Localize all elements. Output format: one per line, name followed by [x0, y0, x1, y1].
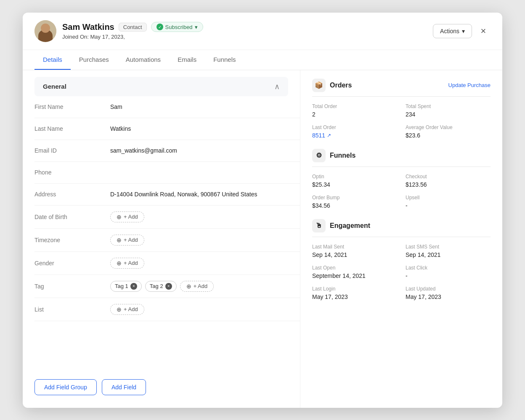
engagement-icon: 🖱	[312, 219, 326, 232]
header-info: Sam Watkins Contact ✓ Subscribed ▾ Joine…	[62, 22, 427, 40]
bottom-actions: Add Field Group Add Field	[34, 371, 300, 399]
tab-purchases[interactable]: Purchases	[71, 50, 117, 70]
tag-2-label: Tag 2	[150, 283, 163, 289]
close-button[interactable]: ×	[476, 24, 491, 38]
orders-stat-total-order: Total Order 2	[312, 103, 397, 118]
engagement-stat-last-click-value: -	[406, 272, 491, 279]
funnels-stat-upsell: Upsell -	[406, 195, 491, 209]
orders-title: 📦 Orders	[312, 79, 352, 92]
engagement-stat-last-mail: Last Mail Sent Sep 14, 2021	[312, 244, 397, 258]
update-purchase-link[interactable]: Update Purchase	[448, 82, 491, 88]
orders-stat-last-order-value[interactable]: 8511 ↗	[312, 132, 397, 139]
funnels-title: ⚙ Funnels	[312, 149, 355, 162]
external-link-icon: ↗	[327, 132, 331, 138]
subscribed-check-icon: ✓	[156, 24, 163, 30]
add-gender-button[interactable]: ⊕ + Add	[110, 258, 144, 269]
engagement-stat-last-sms: Last SMS Sent Sep 14, 2021	[406, 244, 491, 258]
add-tag-icon: ⊕	[186, 283, 191, 290]
engagement-stat-last-open-value: September 14, 2021	[312, 272, 397, 279]
tag-chip-2: Tag 2 ×	[145, 281, 177, 292]
left-panel: General ∧ First Name Sam Last Name Watki…	[23, 70, 300, 408]
add-tag-button[interactable]: ⊕ + Add	[180, 281, 214, 292]
tab-emails[interactable]: Emails	[169, 50, 205, 70]
engagement-stat-last-updated-value: May 17, 2023	[406, 293, 491, 300]
orders-stat-total-order-label: Total Order	[312, 103, 397, 109]
tag-2-remove-button[interactable]: ×	[165, 283, 172, 290]
engagement-stat-last-login: Last Login May 17, 2023	[312, 286, 397, 300]
general-section-title: General	[43, 83, 66, 90]
field-row-address: Address D-14004 Downlink Road, Norwak, 9…	[34, 184, 300, 206]
field-label-list: List	[34, 306, 110, 313]
funnels-stat-order-bump-value: $34.56	[312, 202, 397, 209]
field-value-lastname[interactable]: Watkins	[110, 125, 288, 132]
tab-automations[interactable]: Automations	[117, 50, 169, 70]
tab-funnels[interactable]: Funnels	[205, 50, 244, 70]
add-field-group-button[interactable]: Add Field Group	[34, 379, 97, 395]
subscribed-badge[interactable]: ✓ Subscribed ▾	[151, 22, 203, 32]
tabs-row: Details Purchases Automations Emails Fun…	[23, 50, 502, 70]
field-label-phone: Phone	[34, 169, 110, 176]
engagement-stat-last-open-label: Last Open	[312, 265, 397, 271]
field-row-email: Email ID sam_watkins@gmail.com	[34, 140, 300, 162]
engagement-stat-last-click-label: Last Click	[406, 265, 491, 271]
add-field-button[interactable]: Add Field	[102, 379, 146, 395]
engagement-stat-last-sms-value: Sep 14, 2021	[406, 251, 491, 258]
general-section-header[interactable]: General ∧	[34, 77, 288, 96]
engagement-stat-last-mail-label: Last Mail Sent	[312, 244, 397, 250]
tags-row: Tag 1 × Tag 2 × ⊕ + Add	[110, 281, 214, 292]
header-actions: Actions ▾ ×	[433, 24, 491, 38]
add-gender-icon: ⊕	[117, 260, 122, 267]
tag-1-label: Tag 1	[115, 283, 128, 289]
engagement-title: 🖱 Engagement	[312, 219, 370, 232]
funnels-section-header: ⚙ Funnels	[312, 149, 491, 167]
add-timezone-icon: ⊕	[117, 237, 122, 243]
add-list-button[interactable]: ⊕ + Add	[110, 304, 144, 315]
field-label-email: Email ID	[34, 147, 110, 154]
actions-label: Actions	[440, 28, 459, 34]
avatar	[34, 20, 56, 42]
orders-stat-total-spent-value: 234	[406, 111, 491, 118]
field-value-address[interactable]: D-14004 Downlink Road, Norwak, 900867 Un…	[110, 191, 288, 198]
engagement-section-header: 🖱 Engagement	[312, 219, 491, 237]
engagement-stat-last-login-value: May 17, 2023	[312, 293, 397, 300]
add-dob-button[interactable]: ⊕ + Add	[110, 211, 144, 222]
funnels-stat-optin-value: $25.34	[312, 181, 397, 188]
field-row-dob: Date of Birth ⊕ + Add	[34, 206, 300, 229]
orders-stat-avg-order-value: $23.6	[406, 132, 491, 139]
tag-chip-1: Tag 1 ×	[110, 281, 142, 292]
funnels-stat-checkout: Checkout $123.56	[406, 174, 491, 188]
field-label-address: Address	[34, 191, 110, 198]
engagement-stat-last-mail-value: Sep 14, 2021	[312, 251, 397, 258]
funnels-icon: ⚙	[312, 149, 326, 162]
field-value-email[interactable]: sam_watkins@gmail.com	[110, 147, 288, 154]
add-timezone-button[interactable]: ⊕ + Add	[110, 235, 144, 246]
engagement-stat-last-sms-label: Last SMS Sent	[406, 244, 491, 250]
engagement-stat-last-updated-label: Last Updated	[406, 286, 491, 292]
engagement-stat-last-updated: Last Updated May 17, 2023	[406, 286, 491, 300]
orders-stat-avg-order: Average Order Value $23.6	[406, 124, 491, 139]
add-list-icon: ⊕	[117, 306, 122, 313]
add-dob-icon: ⊕	[117, 214, 122, 220]
funnels-stat-order-bump: Order Bump $34.56	[312, 195, 397, 209]
field-label-firstname: First Name	[34, 103, 110, 110]
engagement-stat-last-login-label: Last Login	[312, 286, 397, 292]
orders-stat-last-order-label: Last Order	[312, 124, 397, 130]
general-collapse-icon: ∧	[274, 82, 280, 91]
funnels-stat-checkout-label: Checkout	[406, 174, 491, 180]
close-icon: ×	[481, 26, 486, 37]
orders-stats-grid: Total Order 2 Total Spent 234 Last Order…	[312, 103, 491, 139]
contact-name: Sam Watkins	[62, 22, 114, 32]
tab-details[interactable]: Details	[34, 50, 71, 70]
actions-chevron-icon: ▾	[462, 28, 465, 34]
orders-stat-total-spent: Total Spent 234	[406, 103, 491, 118]
field-row-firstname: First Name Sam	[34, 96, 300, 118]
funnels-stat-optin: Optin $25.34	[312, 174, 397, 188]
contact-modal: Sam Watkins Contact ✓ Subscribed ▾ Joine…	[23, 13, 502, 408]
funnels-stat-upsell-label: Upsell	[406, 195, 491, 201]
actions-button[interactable]: Actions ▾	[433, 24, 472, 38]
tag-1-remove-button[interactable]: ×	[130, 283, 137, 290]
field-value-firstname[interactable]: Sam	[110, 103, 288, 110]
field-row-tag: Tag Tag 1 × Tag 2 × ⊕ + Add	[34, 275, 300, 298]
orders-stat-last-order: Last Order 8511 ↗	[312, 124, 397, 139]
modal-header: Sam Watkins Contact ✓ Subscribed ▾ Joine…	[23, 13, 502, 50]
